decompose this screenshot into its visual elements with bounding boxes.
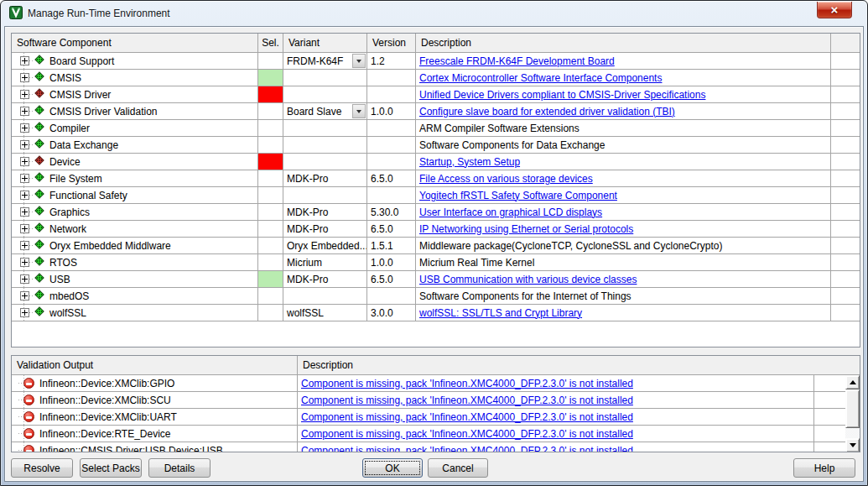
description-link[interactable]: User Interface on graphical LCD displays	[419, 206, 602, 218]
help-button[interactable]: Help	[793, 458, 855, 478]
description-link[interactable]: Configure slave board for extended drive…	[419, 106, 675, 118]
validation-row[interactable]: Infineon::Device:XMClib:SCUComponent is …	[12, 392, 860, 409]
validation-scrollbar[interactable]	[845, 375, 860, 452]
variant-dropdown-button[interactable]	[352, 54, 366, 68]
component-row[interactable]: NetworkMDK-Pro6.5.0IP Networking using E…	[12, 221, 860, 238]
titlebar[interactable]: Manage Run-Time Environment ×	[1, 1, 867, 26]
expand-plus-icon[interactable]	[20, 207, 29, 217]
expand-plus-icon[interactable]	[20, 174, 29, 183]
expand-plus-icon[interactable]	[20, 157, 29, 166]
cancel-button[interactable]: Cancel	[428, 458, 488, 478]
expand-plus-icon[interactable]	[20, 107, 29, 116]
validation-description-link[interactable]: Component is missing, pack 'Infineon.XMC…	[301, 428, 633, 440]
header-validation-description[interactable]: Description	[298, 356, 860, 374]
sel-cell[interactable]	[258, 221, 283, 237]
component-row[interactable]: CMSIS Driver ValidationBoard Slave1.0.0C…	[12, 103, 860, 120]
component-diamond-green-icon	[34, 306, 44, 319]
scroll-up-button[interactable]	[845, 375, 860, 389]
header-version[interactable]: Version	[367, 34, 416, 52]
sel-cell[interactable]	[258, 288, 283, 304]
sel-cell[interactable]	[258, 154, 283, 170]
description-link[interactable]: Yogitech fRSTL Safety Software Component	[419, 190, 617, 201]
component-row[interactable]: Functional SafetyYogitech fRSTL Safety S…	[12, 187, 860, 204]
description-link[interactable]: wolfSSL: SSL/TLS and Crypt Library	[419, 307, 582, 319]
component-row[interactable]: File SystemMDK-Pro6.5.0File Access on va…	[12, 170, 860, 187]
sel-indicator-red[interactable]	[258, 86, 283, 102]
sel-cell[interactable]	[258, 53, 283, 69]
validation-description-link[interactable]: Component is missing, pack 'Infineon.XMC…	[301, 411, 633, 423]
description-link[interactable]: USB Communication with various device cl…	[419, 274, 637, 285]
chevron-down-icon	[356, 60, 361, 63]
component-row[interactable]: DeviceStartup, System Setup	[12, 154, 860, 170]
sel-cell[interactable]	[258, 271, 283, 287]
sel-cell[interactable]	[258, 170, 283, 186]
sel-cell[interactable]	[258, 187, 283, 203]
expand-plus-icon[interactable]	[20, 191, 29, 200]
variant-dropdown-button[interactable]	[352, 104, 366, 118]
component-row[interactable]: Board SupportFRDM-K64F1.2Freescale FRDM-…	[12, 53, 860, 70]
component-row[interactable]: CompilerARM Compiler Software Extensions	[12, 120, 860, 137]
sel-cell[interactable]	[258, 137, 283, 153]
sel-cell[interactable]	[258, 305, 283, 321]
sel-cell[interactable]	[258, 204, 283, 220]
expand-plus-icon[interactable]	[20, 291, 29, 300]
version-cell	[367, 120, 416, 136]
scroll-down-button[interactable]	[845, 438, 860, 452]
description-link[interactable]: IP Networking using Ethernet or Serial p…	[419, 223, 633, 235]
expand-plus-icon[interactable]	[20, 258, 29, 267]
validation-row[interactable]: Infineon::CMSIS Driver:USB Device:USBCom…	[12, 442, 860, 452]
variant-cell[interactable]: FRDM-K64F	[283, 53, 367, 69]
sel-cell[interactable]	[258, 103, 283, 119]
header-description[interactable]: Description	[416, 34, 831, 52]
component-row[interactable]: Data ExchangeSoftware Components for Dat…	[12, 137, 860, 154]
expand-plus-icon[interactable]	[20, 241, 29, 250]
component-row[interactable]: CMSIS DriverUnified Device Drivers compl…	[12, 86, 860, 103]
validation-description-link[interactable]: Component is missing, pack 'Infineon.XMC…	[301, 378, 633, 389]
validation-description-link[interactable]: Component is missing, pack 'Infineon.XMC…	[301, 395, 633, 406]
sel-indicator-green[interactable]	[258, 70, 283, 86]
description-link[interactable]: Freescale FRDM-K64F Development Board	[419, 55, 615, 67]
variant-cell[interactable]: Board Slave	[283, 103, 367, 119]
header-variant[interactable]: Variant	[283, 34, 367, 52]
description-link[interactable]: File Access on various storage devices	[419, 173, 593, 185]
sel-cell[interactable]	[258, 238, 283, 253]
header-software-component[interactable]: Software Component	[12, 34, 258, 52]
component-row[interactable]: USBMDK-Pro6.5.0USB Communication with va…	[12, 271, 860, 288]
validation-row[interactable]: Infineon::Device:XMClib:UARTComponent is…	[12, 409, 860, 426]
component-label: Functional Safety	[49, 190, 127, 201]
component-row[interactable]: GraphicsMDK-Pro5.30.0User Interface on g…	[12, 204, 860, 221]
component-row[interactable]: CMSISCortex Microcontroller Software Int…	[12, 70, 860, 86]
component-row[interactable]: Oryx Embedded MiddlwareOryx Embedded...1…	[12, 238, 860, 254]
expand-plus-icon[interactable]	[20, 274, 29, 284]
validation-description-link[interactable]: Component is missing, pack 'Infineon.XMC…	[301, 445, 633, 453]
validation-row[interactable]: Infineon::Device:XMClib:GPIOComponent is…	[12, 375, 860, 392]
header-sel[interactable]: Sel.	[258, 34, 283, 52]
validation-row[interactable]: Infineon::Device:RTE_DeviceComponent is …	[12, 426, 860, 442]
description-link[interactable]: Startup, System Setup	[419, 156, 520, 168]
component-row[interactable]: RTOSMicrium1.0.0Micrium Real Time Kernel	[12, 254, 860, 271]
resolve-button[interactable]: Resolve	[11, 458, 73, 478]
expand-plus-icon[interactable]	[20, 73, 29, 82]
description-link[interactable]: Cortex Microcontroller Software Interfac…	[419, 72, 662, 84]
expand-plus-icon[interactable]	[20, 90, 29, 99]
sel-cell[interactable]	[258, 70, 283, 86]
description-link[interactable]: Unified Device Drivers compliant to CMSI…	[419, 89, 705, 101]
header-validation-output[interactable]: Validation Output	[12, 356, 298, 374]
sel-cell[interactable]	[258, 120, 283, 136]
expand-plus-icon[interactable]	[20, 224, 29, 233]
expand-plus-icon[interactable]	[20, 140, 29, 149]
expand-plus-icon[interactable]	[20, 56, 29, 65]
sel-cell[interactable]	[258, 254, 283, 270]
component-row[interactable]: mbedOSSoftware Components for the Intern…	[12, 288, 860, 305]
component-row[interactable]: wolfSSLwolfSSL3.0.0wolfSSL: SSL/TLS and …	[12, 305, 860, 321]
sel-indicator-red[interactable]	[258, 154, 283, 170]
sel-cell[interactable]	[258, 86, 283, 102]
ok-button[interactable]: OK	[362, 458, 423, 478]
scroll-thumb[interactable]	[845, 389, 860, 428]
expand-plus-icon[interactable]	[20, 123, 29, 133]
select-packs-button[interactable]: Select Packs	[80, 458, 142, 478]
expand-plus-icon[interactable]	[20, 308, 29, 317]
close-button[interactable]: ×	[817, 2, 852, 18]
sel-indicator-green[interactable]	[258, 271, 283, 287]
details-button[interactable]: Details	[148, 458, 211, 478]
